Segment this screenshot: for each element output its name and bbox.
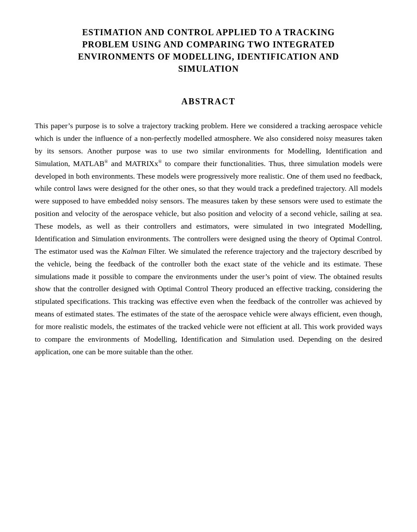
title-line2: PROBLEM USING AND COMPARING TWO INTEGRAT… bbox=[82, 40, 335, 49]
title-line4: SIMULATION bbox=[178, 64, 239, 73]
title-section: ESTIMATION AND CONTROL APPLIED TO A TRAC… bbox=[35, 26, 382, 75]
abstract-heading: ABSTRACT bbox=[35, 96, 382, 106]
kalman-italic: Kalman bbox=[122, 247, 146, 256]
title-text: ESTIMATION AND CONTROL APPLIED TO A TRAC… bbox=[35, 26, 382, 75]
page: ESTIMATION AND CONTROL APPLIED TO A TRAC… bbox=[0, 0, 417, 532]
title-line3: ENVIRONMENTS OF MODELLING, IDENTIFICATIO… bbox=[78, 52, 339, 61]
title-line1: ESTIMATION AND CONTROL APPLIED TO A TRAC… bbox=[82, 27, 335, 37]
abstract-body: This paper’s purpose is to solve a traje… bbox=[35, 120, 382, 358]
abstract-paragraph: This paper’s purpose is to solve a traje… bbox=[35, 120, 382, 358]
